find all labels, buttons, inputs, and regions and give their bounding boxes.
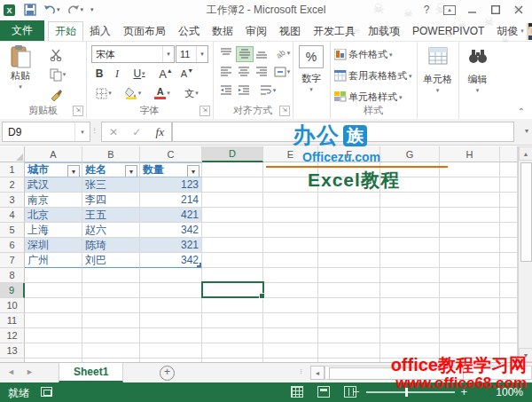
- font-color-button[interactable]: A ▾: [150, 85, 175, 101]
- cell-G4[interactable]: [380, 208, 440, 223]
- cell-H10[interactable]: [440, 298, 500, 313]
- increase-indent-icon[interactable]: [236, 83, 252, 98]
- redo-dropdown-icon[interactable]: ▾: [81, 6, 84, 13]
- cell-B2[interactable]: 张三: [82, 177, 140, 193]
- cell-B1[interactable]: 姓名▼: [82, 162, 140, 177]
- cell-G12[interactable]: [380, 328, 440, 343]
- cell-G6[interactable]: [380, 238, 440, 253]
- cell-E13[interactable]: [263, 343, 318, 359]
- filter-icon-B1[interactable]: ▼: [125, 165, 137, 177]
- excel-logo-icon[interactable]: X: [4, 4, 17, 17]
- grow-font-button[interactable]: A▲: [157, 66, 175, 82]
- cell-A4[interactable]: 北京: [25, 208, 82, 223]
- cell-B7[interactable]: 刘巴: [82, 253, 140, 268]
- select-all-button[interactable]: [0, 146, 25, 162]
- cell-D13[interactable]: [202, 343, 263, 359]
- cell-D5[interactable]: [202, 223, 263, 238]
- cell-F13[interactable]: [318, 343, 380, 359]
- cell-G3[interactable]: [380, 193, 440, 208]
- column-header-H[interactable]: H: [440, 146, 500, 162]
- user-dropdown-icon[interactable]: ▾: [520, 21, 524, 41]
- cell-B3[interactable]: 李四: [82, 193, 140, 208]
- cell-A8[interactable]: [25, 268, 82, 283]
- borders-button[interactable]: ▾: [91, 85, 116, 101]
- cell-B9[interactable]: [82, 283, 140, 298]
- cell-D12[interactable]: [202, 328, 263, 343]
- cell-B4[interactable]: 王五: [82, 208, 140, 223]
- cell-partial2[interactable]: [500, 177, 518, 193]
- cell-D7[interactable]: [202, 253, 263, 268]
- cell-partial9[interactable]: [500, 283, 518, 298]
- cell-D10[interactable]: [202, 298, 263, 313]
- row-header-12[interactable]: 12: [0, 328, 25, 343]
- cell-F7[interactable]: [318, 253, 380, 268]
- cell-A6[interactable]: 深圳: [25, 238, 82, 253]
- format-as-table-dropdown-icon[interactable]: ▾: [409, 73, 412, 80]
- cell-partial4[interactable]: [500, 208, 518, 223]
- cell-E4[interactable]: [263, 208, 318, 223]
- cell-C6[interactable]: 321: [140, 238, 202, 253]
- sheet-prev-icon[interactable]: ◄: [7, 367, 15, 376]
- font-color-dropdown-icon[interactable]: ▾: [167, 90, 170, 97]
- tab-review[interactable]: 审阅: [239, 21, 273, 41]
- cut-button[interactable]: [46, 47, 66, 63]
- copy-button[interactable]: ▾: [44, 67, 71, 83]
- name-box-dropdown-icon[interactable]: ▾: [74, 122, 90, 141]
- cell-A5[interactable]: 上海: [25, 223, 82, 238]
- collapse-ribbon-icon[interactable]: ⌃: [518, 106, 525, 116]
- tab-developer[interactable]: 开发工具: [307, 21, 362, 41]
- cell-C10[interactable]: [140, 298, 202, 313]
- fill-handle[interactable]: [259, 293, 265, 299]
- name-box[interactable]: D9 ▾: [2, 122, 90, 142]
- tab-formulas[interactable]: 公式: [172, 21, 206, 41]
- cell-F2[interactable]: [318, 177, 380, 193]
- column-header-partial[interactable]: [500, 146, 518, 162]
- cell-E11[interactable]: [263, 313, 318, 328]
- formula-bar-expand-icon[interactable]: ▾: [525, 127, 528, 135]
- cell-H11[interactable]: [440, 313, 500, 328]
- cell-F9[interactable]: [318, 283, 380, 298]
- new-sheet-button[interactable]: +: [160, 366, 175, 381]
- macro-record-icon[interactable]: [41, 387, 52, 397]
- cell-E10[interactable]: [263, 298, 318, 313]
- column-header-G[interactable]: G: [380, 146, 440, 162]
- undo-button[interactable]: ▾: [43, 4, 60, 15]
- borders-dropdown-icon[interactable]: ▾: [108, 90, 112, 97]
- cell-H8[interactable]: [440, 268, 500, 283]
- scroll-down-icon[interactable]: ▼: [519, 348, 532, 362]
- horizontal-scrollbar[interactable]: [325, 366, 532, 380]
- cell-H6[interactable]: [440, 238, 500, 253]
- cell-A13[interactable]: [25, 343, 82, 359]
- cell-A9[interactable]: [25, 283, 82, 298]
- cell-G2[interactable]: [380, 177, 440, 193]
- table-resize-handle[interactable]: [197, 263, 201, 267]
- cell-E2[interactable]: [263, 177, 318, 193]
- font-size-select[interactable]: 11 ▾: [176, 45, 208, 63]
- cell-E9[interactable]: [263, 283, 318, 298]
- phonetic-dropdown-icon[interactable]: ▾: [195, 90, 199, 97]
- cell-F1[interactable]: [318, 162, 380, 177]
- insert-function-icon[interactable]: fx: [156, 125, 164, 139]
- wrap-text-icon[interactable]: ▾: [257, 83, 278, 98]
- font-family-dropdown-icon[interactable]: ▾: [162, 46, 174, 62]
- cell-E6[interactable]: [263, 238, 318, 253]
- zoom-slider-thumb[interactable]: [405, 388, 408, 397]
- column-header-B[interactable]: B: [82, 146, 140, 162]
- vertical-scrollbar[interactable]: ▲ ▼: [518, 146, 532, 362]
- row-header-4[interactable]: 4: [0, 208, 25, 223]
- filter-icon-C1[interactable]: ▼: [187, 165, 200, 177]
- cell-A10[interactable]: [25, 298, 82, 313]
- zoom-slider[interactable]: [366, 391, 455, 393]
- cell-partial5[interactable]: [500, 223, 518, 238]
- row-header-8[interactable]: 8: [0, 268, 25, 283]
- bold-button[interactable]: B: [92, 66, 106, 82]
- row-header-2[interactable]: 2: [0, 177, 25, 193]
- cell-H1[interactable]: [440, 162, 500, 177]
- cell-F4[interactable]: [318, 208, 380, 223]
- fill-color-button[interactable]: ▾: [120, 85, 146, 101]
- number-dropdown-icon[interactable]: ▾: [309, 86, 313, 93]
- cell-G5[interactable]: [380, 223, 440, 238]
- cells-dropdown-icon[interactable]: ▾: [436, 87, 440, 94]
- cell-G1[interactable]: [380, 162, 440, 177]
- cell-C12[interactable]: [140, 328, 202, 343]
